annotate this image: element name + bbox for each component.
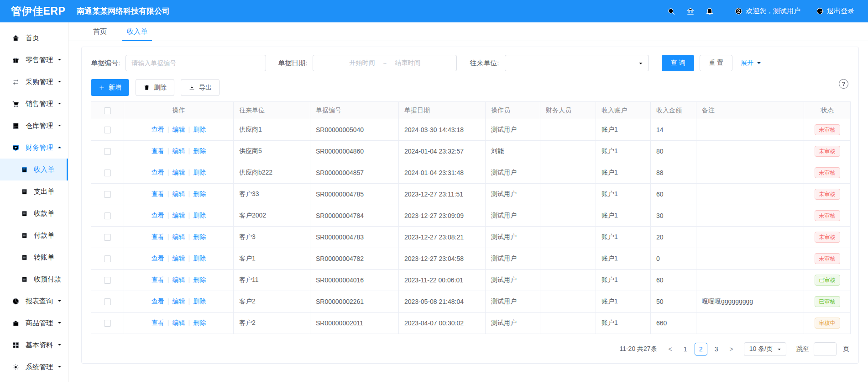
jump-page-input[interactable] — [814, 342, 837, 356]
page-number-3[interactable]: 3 — [710, 343, 723, 355]
row-checkbox[interactable] — [104, 277, 111, 284]
sidebar: 首页零售管理采购管理销售管理仓库管理财务管理收入单支出单收款单付款单转账单收预付… — [0, 22, 68, 382]
select-all-checkbox[interactable] — [104, 107, 111, 114]
delete-link[interactable]: 删除 — [193, 126, 206, 133]
table-row: 查看|编辑|删除客户2002SR000000047842023-12-27 23… — [91, 205, 851, 227]
row-checkbox[interactable] — [104, 298, 111, 305]
sidebar-item-basic[interactable]: 基本资料 — [0, 334, 68, 356]
bill-no-input[interactable] — [125, 55, 266, 71]
row-checkbox[interactable] — [104, 127, 111, 133]
export-button[interactable]: 导出 — [181, 79, 220, 96]
row-actions-cell: 查看|编辑|删除 — [124, 313, 234, 334]
edit-link[interactable]: 编辑 — [173, 147, 185, 154]
view-link[interactable]: 查看 — [152, 147, 164, 154]
sidebar-item-system[interactable]: 系统管理 — [0, 356, 68, 378]
view-link[interactable]: 查看 — [152, 126, 164, 133]
delete-link[interactable]: 删除 — [193, 190, 206, 197]
view-link[interactable]: 查看 — [152, 319, 164, 326]
income-amount-cell: 0 — [651, 248, 696, 270]
edit-link[interactable]: 编辑 — [173, 319, 185, 326]
row-checkbox[interactable] — [104, 255, 111, 262]
delete-link[interactable]: 删除 — [193, 297, 206, 305]
sidebar-item-purchase[interactable]: 采购管理 — [0, 71, 68, 93]
edit-link[interactable]: 编辑 — [173, 297, 185, 305]
expand-link[interactable]: 展开 — [741, 59, 762, 67]
delete-link[interactable]: 删除 — [193, 169, 206, 176]
income-amount-cell: 20 — [651, 227, 696, 248]
view-link[interactable]: 查看 — [152, 233, 164, 240]
tab-home[interactable]: 首页 — [83, 22, 117, 41]
sidebar-item-report[interactable]: 报表查询 — [0, 290, 68, 312]
edit-link[interactable]: 编辑 — [173, 126, 185, 133]
sidebar-item-sales[interactable]: 销售管理 — [0, 93, 68, 115]
prev-page-arrow[interactable]: < — [664, 343, 676, 355]
edit-link[interactable]: 编辑 — [173, 169, 185, 176]
logout-button[interactable]: 退出登录 — [816, 7, 854, 16]
delete-link[interactable]: 删除 — [193, 147, 206, 154]
sidebar-item-advance-bill[interactable]: 收预付款 — [0, 268, 68, 290]
finance-staff-cell — [540, 291, 596, 313]
view-link[interactable]: 查看 — [152, 276, 164, 283]
row-checkbox[interactable] — [104, 170, 111, 176]
sidebar-item-home[interactable]: 首页 — [0, 27, 68, 49]
welcome-user[interactable]: 欢迎您，测试用户 — [735, 7, 800, 16]
delete-link[interactable]: 删除 — [193, 255, 206, 262]
sidebar-item-finance[interactable]: 财务管理 — [0, 137, 68, 159]
sidebar-item-warehouse[interactable]: 仓库管理 — [0, 115, 68, 137]
edit-link[interactable]: 编辑 — [173, 190, 185, 197]
view-link[interactable]: 查看 — [152, 190, 164, 197]
row-checkbox[interactable] — [104, 212, 111, 219]
tab-income-bill[interactable]: 收入单 — [117, 22, 157, 41]
next-page-arrow[interactable]: > — [726, 343, 737, 355]
delete-link[interactable]: 删除 — [193, 319, 206, 326]
partner-cell: 客户2002 — [234, 205, 310, 227]
view-link[interactable]: 查看 — [152, 169, 164, 176]
row-checkbox[interactable] — [104, 234, 111, 241]
row-checkbox[interactable] — [104, 320, 111, 327]
help-icon[interactable]: ? — [839, 79, 848, 89]
delete-button[interactable]: 删除 — [136, 79, 174, 96]
page-size-select[interactable]: 10 条/页 — [744, 342, 786, 356]
bell-icon[interactable] — [700, 7, 719, 16]
sidebar-item-receipt-bill[interactable]: 收款单 — [0, 202, 68, 224]
edit-link[interactable]: 编辑 — [173, 255, 185, 262]
delete-link[interactable]: 删除 — [193, 212, 206, 219]
edit-link[interactable]: 编辑 — [173, 212, 185, 219]
page-number-1[interactable]: 1 — [679, 343, 692, 355]
doc-icon — [21, 232, 28, 239]
income-account-cell: 账户1 — [596, 313, 651, 334]
status-badge: 审核中 — [815, 318, 840, 329]
reset-button[interactable]: 重 置 — [700, 55, 732, 71]
view-link[interactable]: 查看 — [152, 255, 164, 262]
status-badge: 未审核 — [815, 167, 840, 178]
status-cell: 未审核 — [804, 205, 851, 227]
date-range-picker[interactable]: 开始时间 ~ 结束时间 — [313, 55, 457, 71]
trash-icon — [143, 84, 150, 91]
income-account-cell: 账户1 — [596, 270, 651, 291]
delete-link[interactable]: 删除 — [193, 276, 206, 283]
sidebar-item-goods[interactable]: 商品管理 — [0, 312, 68, 334]
sidebar-item-retail[interactable]: 零售管理 — [0, 49, 68, 71]
search-button[interactable]: 查 询 — [662, 55, 695, 71]
chevron-down-icon — [57, 341, 63, 349]
report-icon — [12, 297, 20, 305]
view-link[interactable]: 查看 — [152, 297, 164, 305]
edit-link[interactable]: 编辑 — [173, 233, 185, 240]
sidebar-item-expense-bill[interactable]: 支出单 — [0, 180, 68, 202]
delete-link[interactable]: 删除 — [193, 233, 206, 240]
add-button[interactable]: 新增 — [91, 79, 129, 96]
sidebar-item-income-bill[interactable]: 收入单 — [0, 159, 68, 180]
row-checkbox[interactable] — [104, 148, 111, 155]
search-icon[interactable] — [662, 7, 681, 16]
row-checkbox[interactable] — [104, 191, 111, 198]
edit-link[interactable]: 编辑 — [173, 276, 185, 283]
bank-icon[interactable] — [681, 7, 700, 16]
page-number-2[interactable]: 2 — [695, 343, 707, 355]
partner-cell: 客户3 — [234, 227, 310, 248]
view-link[interactable]: 查看 — [152, 212, 164, 219]
row-select-cell — [91, 291, 124, 313]
sidebar-item-transfer-bill[interactable]: 转账单 — [0, 246, 68, 268]
sidebar-item-payment-bill[interactable]: 付款单 — [0, 224, 68, 246]
partner-select[interactable] — [505, 55, 649, 71]
chevron-down-icon — [57, 364, 63, 370]
